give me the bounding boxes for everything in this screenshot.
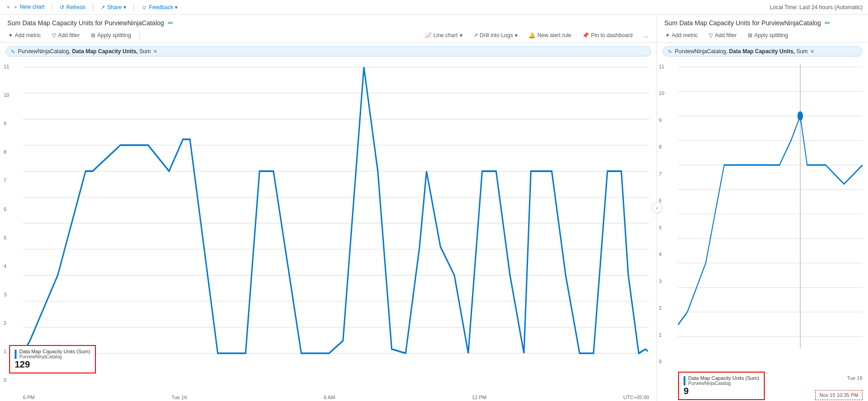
drill-chevron-icon: ▾ [515,32,517,39]
new-chart-button[interactable]: ＋ ＋ New chart [6,3,45,11]
feedback-button[interactable]: ☺ Feedback ▾ [141,4,178,11]
collapse-button[interactable]: ‹ [651,202,662,213]
refresh-icon: ↺ [60,4,64,11]
alert-icon: 🔔 [529,32,535,39]
right-chart-title: Sum Data Map Capacity Units for PurviewN… [657,15,868,28]
right-timestamp-tooltip: Nov 15 10:35 PM [815,390,862,400]
right-chart-svg [678,64,862,364]
left-chart-area: 0 1 2 3 4 5 6 7 8 9 10 11 [0,60,657,401]
divider-2 [93,4,93,11]
svg-line-12 [645,349,649,353]
left-metric-label: PurviewNinjaCatalog, Data Map Capacity U… [18,48,150,55]
right-toolbar: ✦ Add metric ▽ Add filter ⊞ Apply splitt… [657,28,868,43]
share-icon: ↗ [100,4,105,11]
metric-tag-icon: ∿ [11,48,15,55]
splitting-icon: ⊞ [91,32,95,39]
left-tooltip-metric: Data Map Capacity Units (Sum) [19,349,90,354]
left-metric-tag: ∿ PurviewNinjaCatalog, Data Map Capacity… [6,46,651,56]
left-metric-close-button[interactable]: × [153,48,157,55]
left-new-alert-button[interactable]: 🔔 New alert rule [526,31,574,39]
right-add-metric-icon: ✦ [665,32,670,39]
right-splitting-icon: ⊞ [748,32,752,39]
divider-3 [134,4,134,11]
tooltip-color-dot [15,350,17,359]
main-layout: Sum Data Map Capacity Units for PurviewN… [0,15,868,401]
right-tooltip-metric: Data Map Capacity Units (Sum) [688,375,759,381]
pin-icon: 📌 [582,32,589,39]
left-drill-logs-button[interactable]: ↗ Drill into Logs ▾ [471,31,521,39]
right-metric-tag: ∿ PurviewNinjaCatalog, Data Map Capacity… [662,46,862,56]
left-line-chart-button[interactable]: 📈 Line chart ▾ [422,31,465,39]
right-tooltip: Data Map Capacity Units (Sum) PurviewNin… [678,372,765,400]
left-tooltip: Data Map Capacity Units (Sum) PurviewNin… [9,345,96,373]
right-chart-edit-icon[interactable]: ✏ [825,19,830,27]
left-tooltip-resource: PurviewNinjaCatalog [19,354,90,359]
right-add-filter-button[interactable]: ▽ Add filter [706,31,739,39]
divider-1 [52,4,52,11]
line-chart-chevron-icon: ▾ [460,32,462,39]
new-chart-label: ＋ New chart [13,3,45,11]
share-button[interactable]: ↗ Share ▾ [100,4,126,11]
right-tooltip-value: 9 [684,386,759,396]
left-tooltip-series: Data Map Capacity Units (Sum) PurviewNin… [15,349,90,359]
add-metric-icon: ✦ [8,32,13,39]
left-pin-dashboard-button[interactable]: 📌 Pin to dashboard [579,31,635,39]
left-more-button[interactable]: ... [641,31,651,39]
left-chart-edit-icon[interactable]: ✏ [168,19,173,27]
refresh-button[interactable]: ↺ Refresh [60,4,85,11]
right-chart-title-text: Sum Data Map Capacity Units for PurviewN… [664,19,821,27]
right-y-axis: 0 1 2 3 4 5 6 7 8 9 10 11 [659,64,664,364]
right-metric-tag-icon: ∿ [668,48,672,55]
time-range: Local Time: Last 24 hours (Automatic) [770,4,862,11]
right-panel: Sum Data Map Capacity Units for PurviewN… [657,15,868,401]
share-chevron-icon: ▾ [123,4,126,11]
drill-icon: ↗ [473,32,478,39]
left-x-axis: 6 PM Tue 16 6 AM 12 PM UTC+05:00 [23,395,649,400]
toolbar-sep-1 [139,32,140,39]
right-add-metric-button[interactable]: ✦ Add metric [662,31,701,39]
line-chart-icon: 📈 [425,32,432,39]
feedback-chevron-icon: ▾ [175,4,178,11]
left-chart-svg [23,64,649,383]
feedback-icon: ☺ [141,4,147,11]
new-chart-icon: ＋ [6,3,11,11]
left-y-axis: 0 1 2 3 4 5 6 7 8 9 10 11 [4,64,9,383]
svg-point-26 [797,111,803,121]
right-metric-label: PurviewNinjaCatalog, Data Map Capacity U… [675,48,807,55]
right-metric-close-button[interactable]: × [810,48,814,55]
right-apply-splitting-button[interactable]: ⊞ Apply splitting [745,31,791,39]
right-tooltip-resource: PurviewNinjaCatalog [688,381,759,386]
left-add-metric-button[interactable]: ✦ Add metric [6,31,44,39]
top-bar: ＋ ＋ New chart ↺ Refresh ↗ Share ▾ ☺ Feed… [0,0,868,15]
right-tooltip-color-dot [684,376,685,385]
right-filter-icon: ▽ [709,32,713,39]
left-add-filter-button[interactable]: ▽ Add filter [49,31,82,39]
left-toolbar: ✦ Add metric ▽ Add filter ⊞ Apply splitt… [0,28,657,43]
left-chart-title-text: Sum Data Map Capacity Units for PurviewN… [7,19,164,27]
left-apply-splitting-button[interactable]: ⊞ Apply splitting [88,31,134,39]
right-tooltip-series: Data Map Capacity Units (Sum) PurviewNin… [684,375,759,386]
left-panel: Sum Data Map Capacity Units for PurviewN… [0,15,657,401]
filter-icon: ▽ [52,32,56,39]
left-chart-title: Sum Data Map Capacity Units for PurviewN… [0,15,657,28]
right-chart-area: 0 1 2 3 4 5 6 7 8 9 10 11 [657,60,868,401]
left-tooltip-value: 129 [15,359,90,370]
